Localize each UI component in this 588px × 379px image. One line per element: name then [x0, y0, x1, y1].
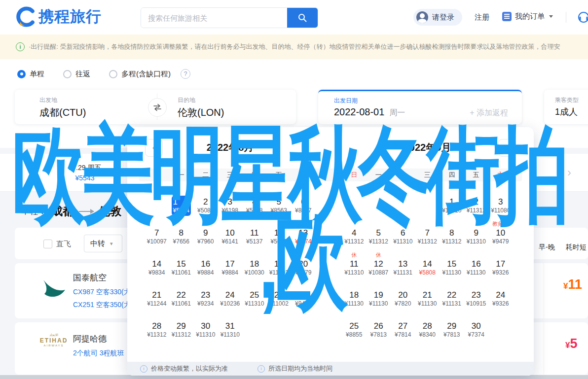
passenger-card[interactable]: 乘客类型 1成人 — [544, 90, 588, 124]
calendar-day-cell[interactable]: 8¥11312 — [440, 220, 464, 251]
calendar-day-cell[interactable]: 17¥9884 — [218, 251, 243, 282]
trip-type-option-多程(含缺口程)[interactable]: 多程(含缺口程) — [109, 69, 171, 79]
my-orders-menu[interactable]: 我的订单 — [502, 12, 553, 21]
calendar-day-cell[interactable]: 12¥5630 — [267, 220, 292, 251]
flight-number-link[interactable]: CX987 空客330(大) — [73, 288, 133, 297]
trip-type-label: 往返 — [75, 69, 90, 79]
calendar-day-cell[interactable]: 3¥6198 — [218, 189, 243, 220]
calendar-day-cell[interactable]: 27¥9479 — [291, 282, 316, 313]
calendar-day-cell[interactable]: 15¥11130 — [440, 251, 464, 282]
calendar-day-cell[interactable]: 22¥11131 — [440, 282, 464, 313]
sort-option-早-晚[interactable]: 早-晚 — [539, 243, 555, 252]
help-icon[interactable]: ? — [181, 69, 190, 79]
calendar-day-cell[interactable]: 13¥5674 — [291, 220, 316, 251]
calendar-day-cell[interactable]: 23¥10915 — [464, 282, 489, 313]
calendar-day-cell[interactable]: 2¥5085 — [193, 189, 218, 220]
calendar-day-cell[interactable]: 14¥9834 — [145, 251, 169, 282]
register-link[interactable]: 注册 — [475, 13, 489, 22]
calendar-day-cell[interactable]: 5¥8563 — [267, 189, 292, 220]
calendar-day-cell[interactable]: 14¥5808 — [415, 251, 440, 282]
calendar-day-cell[interactable]: 6¥11310 — [391, 220, 415, 251]
calendar-day-cell[interactable]: 18¥11130 — [342, 282, 367, 313]
calendar-day-cell[interactable]: 28¥11312 — [145, 313, 169, 345]
calendar-day-cell[interactable]: 16¥11130 — [464, 251, 489, 282]
calendar-day-cell[interactable]: 25¥8855 — [342, 313, 367, 345]
calendar-day-cell[interactable]: 19¥11130 — [367, 282, 391, 313]
day-price: ¥5137 — [246, 238, 262, 245]
calendar-day-cell[interactable]: 26¥7813 — [367, 313, 391, 345]
calendar-day-cell[interactable]: 教师节10¥9479 — [488, 220, 513, 251]
calendar-day-cell[interactable]: 6¥8567 — [291, 189, 316, 220]
calendar-day-cell[interactable]: 休11¥11310 — [342, 251, 367, 282]
calendar-day-cell[interactable]: 9¥11310 — [464, 220, 489, 251]
calendar-day-cell[interactable]: 29¥7813 — [440, 313, 464, 345]
calendar-day-cell[interactable]: 19¥11002 — [267, 251, 292, 282]
calendar-day-cell[interactable]: 20¥9479 — [291, 251, 316, 282]
depart-date-card[interactable]: 出发日期 2022-08-01 周一 + 添加返程 — [318, 90, 522, 124]
customer-service-icon[interactable] — [577, 11, 588, 26]
tabs-next-arrow[interactable]: › — [567, 166, 571, 179]
calendar-day-cell[interactable]: 30¥11310 — [193, 313, 218, 345]
day-price: ¥11312 — [147, 331, 166, 339]
depart-date-field[interactable]: 2022-08-01 周一 — [334, 106, 405, 118]
login-button[interactable]: 请登录 — [413, 9, 462, 26]
calendar-day-cell[interactable]: 24¥9326 — [488, 282, 513, 313]
search-button[interactable] — [287, 8, 318, 28]
calendar-day-cell[interactable]: 22¥11061 — [169, 282, 194, 313]
trip-type-option-单程[interactable]: 单程 — [17, 69, 44, 79]
bottom-scroll-strip[interactable] — [0, 375, 588, 379]
add-return-button[interactable]: + 添加返程 — [470, 108, 508, 118]
calendar-day-cell[interactable]: 8¥7656 — [169, 220, 194, 251]
day-number: 30 — [201, 321, 210, 331]
to-city-field[interactable]: 伦敦(LON) — [178, 106, 224, 119]
calendar-day-cell[interactable]: 23¥9234 — [193, 282, 218, 313]
calendar-day-cell[interactable]: 30¥7374 — [464, 313, 489, 345]
weekday-label: 一 — [367, 171, 391, 179]
month-pane-august: 2022年8月 日一二三四五六 1¥5294 2¥5085 3¥6198 4¥5… — [145, 127, 316, 364]
flight-number-link[interactable]: CX251 空客350(大) — [73, 301, 133, 310]
calendar-day-cell[interactable]: 31¥11310 — [218, 313, 243, 345]
direct-flight-checkbox[interactable] — [43, 240, 52, 248]
calendar-day-cell[interactable]: 29¥11312 — [169, 313, 194, 345]
flight-summary-link[interactable]: 2个航司 3程航班 — [73, 349, 124, 358]
transfer-dropdown[interactable]: 中转 ▾ — [84, 235, 122, 252]
footer-note: i价格变动频繁，以实际为准 — [140, 364, 228, 373]
calendar-day-cell[interactable]: 1¥5294 — [169, 189, 194, 220]
from-city-field[interactable]: 成都(CTU) — [39, 106, 86, 119]
calendar-day-cell[interactable]: 16¥9884 — [193, 251, 218, 282]
day-number: 20 — [298, 259, 308, 269]
trip-type-option-往返[interactable]: 往返 — [63, 69, 90, 79]
calendar-day-cell[interactable]: 15¥11061 — [169, 251, 194, 282]
calendar-day-cell[interactable]: 3¥11080 — [488, 189, 513, 220]
calendar-day-cell[interactable]: 25¥11310 — [242, 282, 267, 313]
calendar-day-cell[interactable]: 4¥11312 — [342, 220, 367, 251]
calendar-day-cell[interactable]: 24¥10236 — [218, 282, 243, 313]
calendar-day-cell[interactable]: 5¥11312 — [367, 220, 391, 251]
day-price: ¥11002 — [269, 300, 289, 308]
calendar-day-cell[interactable]: 4¥5958 — [242, 189, 267, 220]
calendar-day-cell[interactable]: 26¥11002 — [267, 282, 292, 313]
calendar-day-cell[interactable]: 20¥7820 — [391, 282, 415, 313]
calendar-day-cell[interactable]: 21¥11130 — [415, 282, 440, 313]
calendar-day-cell[interactable]: 11¥5137 — [242, 220, 267, 251]
calendar-day-cell[interactable]: 休12¥10887 — [367, 251, 391, 282]
sort-option-耗时短[interactable]: 耗时短 — [566, 243, 587, 252]
calendar-day-cell[interactable]: 18¥10030 — [242, 251, 267, 282]
day-number: 8 — [449, 228, 454, 238]
calendar-day-cell[interactable]: 27¥7814 — [391, 313, 415, 345]
search-input[interactable] — [141, 8, 287, 28]
ctrip-logo[interactable]: 携程旅行 — [15, 6, 102, 27]
calendar-day-cell[interactable]: 1¥11310 — [440, 189, 464, 220]
calendar-day-cell[interactable]: 21¥11244 — [145, 282, 169, 313]
calendar-day-cell[interactable]: 2¥11312 — [464, 189, 489, 220]
calendar-day-cell[interactable]: 28¥8340 — [415, 313, 440, 345]
date-tab[interactable]: 07.29 周五 ¥5543 — [47, 154, 123, 191]
login-label: 请登录 — [432, 13, 454, 22]
calendar-day-cell[interactable]: 13¥11131 — [391, 251, 415, 282]
calendar-day-cell[interactable]: 17¥9326 — [488, 251, 513, 282]
calendar-day-cell[interactable]: 7¥10097 — [145, 220, 169, 251]
calendar-day-cell[interactable]: 7¥11312 — [415, 220, 440, 251]
swap-cities-button[interactable] — [148, 98, 167, 117]
calendar-day-cell[interactable]: 10¥6141 — [218, 220, 243, 251]
calendar-day-cell[interactable]: 9¥7960 — [193, 220, 218, 251]
